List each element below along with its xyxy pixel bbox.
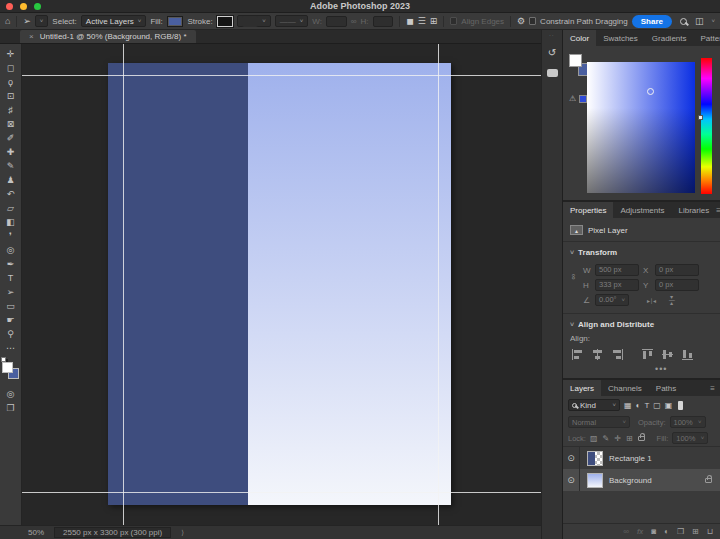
blur-tool[interactable]: ❜ <box>0 229 22 243</box>
y-field[interactable]: 0 px <box>655 279 699 291</box>
tab-patterns[interactable]: Patterns <box>694 30 720 46</box>
guide-vertical-left[interactable] <box>123 44 124 525</box>
adjustment-layer-icon[interactable]: ◐ <box>664 527 669 536</box>
layer-name[interactable]: Background <box>609 476 652 485</box>
tab-gradients[interactable]: Gradients <box>645 30 694 46</box>
crop-tool[interactable]: ♯ <box>0 103 22 117</box>
foreground-color-swatch[interactable] <box>569 54 582 67</box>
align-bottom-icon[interactable] <box>682 349 693 360</box>
dock-grip[interactable]: ∙∙ <box>549 32 554 38</box>
tab-libraries[interactable]: Libraries <box>672 202 717 218</box>
guide-horizontal-top[interactable] <box>22 75 541 76</box>
gamut-warning-icon[interactable]: ⚠ <box>569 94 576 103</box>
screen-mode-button[interactable]: ❐ <box>0 401 22 415</box>
add-layer-mask-icon[interactable]: ◙ <box>651 527 656 536</box>
filter-type-layers-icon[interactable]: T <box>644 401 649 410</box>
tab-properties[interactable]: Properties <box>563 202 613 218</box>
document-info[interactable]: 2550 px x 3300 px (300 ppi) <box>54 527 171 538</box>
hand-tool[interactable]: ☛ <box>0 313 22 327</box>
new-layer-icon[interactable]: ⊞ <box>692 527 699 536</box>
eraser-tool[interactable]: ▱ <box>0 201 22 215</box>
share-button[interactable]: Share <box>632 15 672 28</box>
align-right-icon[interactable] <box>612 349 623 360</box>
object-selection-tool[interactable]: ⊡ <box>0 89 22 103</box>
guide-horizontal-bottom[interactable] <box>22 492 541 493</box>
filter-kind-dropdown[interactable]: Kind ˅ <box>568 399 620 411</box>
workspace-switcher-icon[interactable]: ◫ <box>695 16 704 26</box>
lock-image-pixels-icon[interactable]: ✎ <box>603 434 610 443</box>
height-field[interactable] <box>373 16 394 27</box>
history-brush-tool[interactable]: ↶ <box>0 187 22 201</box>
constrain-path-checkbox[interactable] <box>529 17 536 25</box>
tab-channels[interactable]: Channels <box>601 380 649 396</box>
panel-menu-icon[interactable]: ≡ <box>710 380 720 396</box>
width-field[interactable] <box>326 16 347 27</box>
tab-color[interactable]: Color <box>563 30 596 46</box>
document[interactable] <box>108 63 451 505</box>
tool-preset-chevron-icon[interactable]: ˅ <box>35 15 49 27</box>
align-section-header[interactable]: ˅ Align and Distribute <box>563 317 720 332</box>
marquee-tool[interactable]: ◻ <box>0 61 22 75</box>
tab-adjustments[interactable]: Adjustments <box>613 202 671 218</box>
link-dimensions-icon[interactable]: ∞ <box>569 274 578 280</box>
lock-all-icon[interactable] <box>638 436 645 441</box>
brush-tool[interactable]: ✎ <box>0 159 22 173</box>
document-tab[interactable]: × Untitled-1 @ 50% (Background, RGB/8) * <box>20 30 196 43</box>
align-edges-checkbox[interactable] <box>450 17 457 25</box>
blend-mode-dropdown[interactable]: Normal ˅ <box>568 416 630 428</box>
type-tool[interactable]: T <box>0 271 22 285</box>
hue-slider-marker[interactable] <box>698 115 703 120</box>
pen-tool[interactable]: ✒ <box>0 257 22 271</box>
search-icon[interactable] <box>680 18 687 25</box>
foreground-color-swatch[interactable] <box>2 362 13 373</box>
stroke-swatch[interactable] <box>217 16 234 27</box>
align-middle-vertical-icon[interactable] <box>662 349 673 360</box>
color-field[interactable] <box>587 62 695 193</box>
status-chevron-icon[interactable]: ⟩ <box>181 529 184 537</box>
flip-horizontal-icon[interactable]: ▸∣◂ <box>647 297 656 304</box>
transform-section-header[interactable]: ˅ Transform <box>563 245 720 260</box>
align-left-icon[interactable] <box>572 349 583 360</box>
close-tab-icon[interactable]: × <box>29 32 34 41</box>
rectangle-tool[interactable]: ▭ <box>0 299 22 313</box>
layer-thumbnail[interactable] <box>587 451 603 466</box>
panel-menu-icon[interactable]: ≡ <box>716 202 720 218</box>
healing-brush-tool[interactable]: ✚ <box>0 145 22 159</box>
filter-pixel-layers-icon[interactable]: ▦ <box>624 401 632 410</box>
select-mode-dropdown[interactable]: Active Layers ˅ <box>81 15 147 27</box>
visibility-eye-icon[interactable]: ⊙ <box>567 475 575 485</box>
zoom-window-button[interactable] <box>34 3 41 10</box>
filter-shape-layers-icon[interactable]: ▢ <box>653 401 661 410</box>
gradient-tool[interactable]: ◧ <box>0 215 22 229</box>
active-tool-icon[interactable]: ➢ <box>23 16 31 26</box>
frame-tool[interactable]: ⊠ <box>0 117 22 131</box>
minimize-window-button[interactable] <box>20 3 27 10</box>
layer-lock-icon[interactable] <box>705 478 712 483</box>
layer-row-background[interactable]: ⊙ Background <box>563 469 720 491</box>
comments-panel-icon[interactable] <box>547 69 558 77</box>
stroke-type-dropdown[interactable]: —— ˅ <box>275 15 309 27</box>
move-tool[interactable]: ✛ <box>0 47 22 61</box>
tab-paths[interactable]: Paths <box>649 380 683 396</box>
zoom-tool[interactable]: ⚲ <box>0 327 22 341</box>
clone-stamp-tool[interactable]: ♟ <box>0 173 22 187</box>
tab-layers[interactable]: Layers <box>563 380 601 396</box>
layer-thumbnail[interactable] <box>587 473 603 488</box>
path-alignment-icon[interactable]: ☰ <box>418 16 426 26</box>
path-selection-tool[interactable]: ➢ <box>0 285 22 299</box>
width-field[interactable]: 500 px <box>595 264 639 276</box>
link-layers-icon[interactable]: ∞ <box>623 527 629 536</box>
close-window-button[interactable] <box>6 3 13 10</box>
color-swatches[interactable] <box>1 359 21 383</box>
layer-row-rectangle-1[interactable]: ⊙ Rectangle 1 <box>563 447 720 469</box>
visibility-eye-icon[interactable]: ⊙ <box>567 453 575 463</box>
lock-position-icon[interactable]: ✛ <box>614 434 621 443</box>
link-dimensions-icon[interactable]: ∞ <box>351 17 357 26</box>
canvas[interactable] <box>22 44 541 525</box>
new-group-icon[interactable]: ❒ <box>677 527 684 536</box>
edit-toolbar-button[interactable]: ⋯ <box>0 341 22 355</box>
lock-transparent-pixels-icon[interactable]: ▨ <box>590 434 598 443</box>
rectangle-layer-shape[interactable] <box>108 63 248 505</box>
home-icon[interactable]: ⌂ <box>5 16 10 26</box>
align-top-icon[interactable] <box>642 349 653 360</box>
